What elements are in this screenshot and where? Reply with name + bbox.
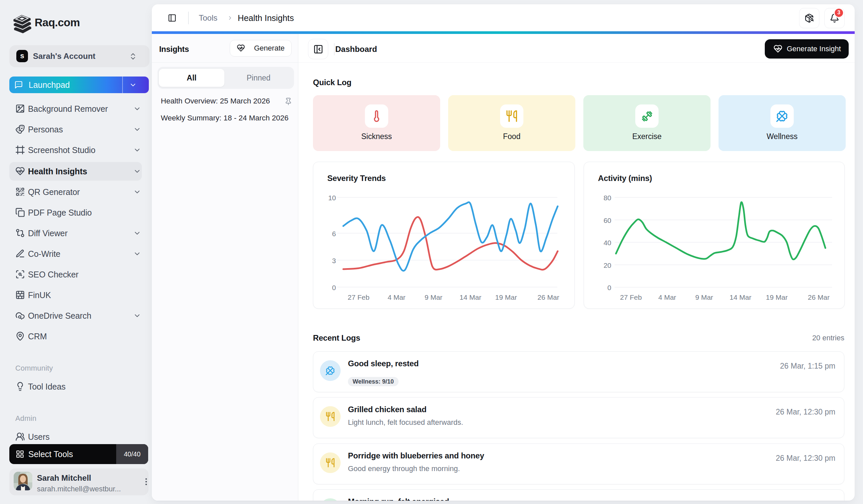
svg-text:4 Mar: 4 Mar [658,294,676,301]
svg-text:0: 0 [332,284,336,292]
svg-text:9 Mar: 9 Mar [425,294,442,301]
svg-text:80: 80 [604,194,611,202]
svg-text:19 Mar: 19 Mar [495,294,517,301]
svg-text:0: 0 [607,284,611,292]
svg-text:40: 40 [604,239,611,246]
svg-text:10: 10 [328,194,336,202]
svg-text:20: 20 [604,261,611,269]
svg-text:4 Mar: 4 Mar [388,294,405,301]
svg-text:9 Mar: 9 Mar [695,294,713,301]
svg-text:26 Mar: 26 Mar [537,294,559,301]
svg-text:14 Mar: 14 Mar [460,294,481,301]
svg-text:6: 6 [332,230,336,237]
svg-text:27 Feb: 27 Feb [620,294,641,301]
svg-text:19 Mar: 19 Mar [766,294,787,301]
svg-text:60: 60 [604,217,611,224]
svg-text:14 Mar: 14 Mar [729,294,751,301]
svg-text:3: 3 [332,257,336,264]
svg-text:26 Mar: 26 Mar [808,294,829,301]
svg-text:27 Feb: 27 Feb [348,294,369,301]
